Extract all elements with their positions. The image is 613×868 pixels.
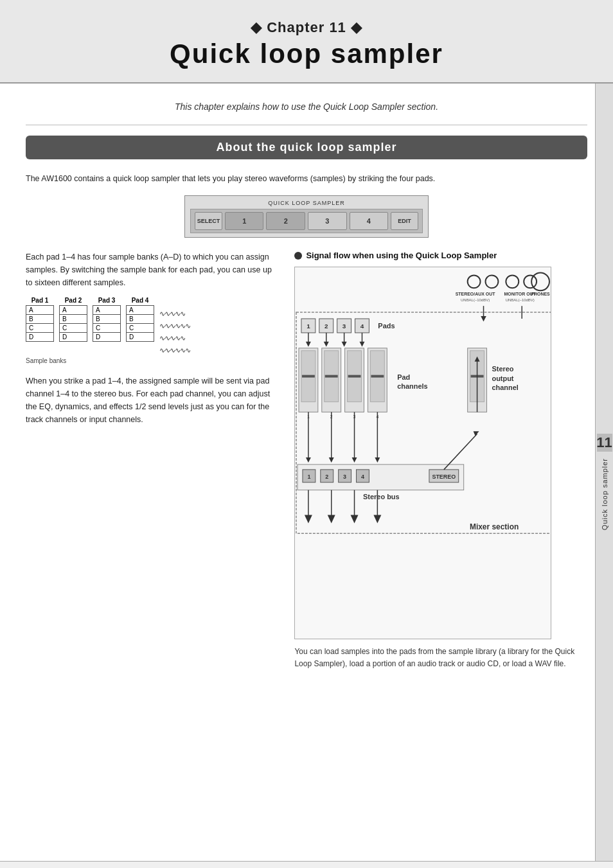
svg-text:3: 3 [342,323,346,330]
pad-banks-row: Pad 1 A B C D Pad 2 A [26,297,275,355]
pad-1-label: Pad 1 [26,297,54,304]
svg-text:STEREO/AUX OUT: STEREO/AUX OUT [456,292,496,296]
signal-flow-svg: STEREO/AUX OUT UNBAL(–10dBV) MONITOR OUT… [294,267,551,639]
pad-4-row-a: A [127,306,154,315]
left-column: Each pad 1–4 has four sample banks (A–D)… [0,251,288,670]
svg-point-1 [486,275,499,288]
pad-edit-btn: EDIT [391,212,418,230]
squiggle-2: ∿∿∿∿∿∿ [159,322,190,330]
svg-text:4: 4 [360,323,364,330]
pad-4-label: Pad 4 [126,297,154,304]
svg-rect-43 [371,375,384,378]
signal-flow-title: Signal flow when using the Quick Loop Sa… [294,251,600,260]
pad-2-label: Pad 2 [59,297,87,304]
svg-text:channels: channels [398,383,428,391]
svg-marker-58 [352,457,357,463]
pad-4-box: A B C D [126,305,154,342]
svg-text:UNBAL(–10dBV): UNBAL(–10dBV) [461,298,490,302]
two-col-layout: Each pad 1–4 has four sample banks (A–D)… [0,251,613,670]
svg-text:4: 4 [361,474,364,480]
svg-text:Stereo: Stereo [492,365,514,373]
svg-rect-35 [325,375,338,378]
squiggle-3: ∿∿∿∿∿ [159,334,190,342]
svg-marker-80 [351,515,359,524]
sidebar-chapter-number: 11 [597,434,612,452]
bullet-icon [294,252,302,260]
pad-2-box: A B C D [59,305,87,342]
pad-3-box: A B C D [93,305,121,342]
pad-select-btn: SELECT [195,212,222,230]
svg-marker-82 [374,515,382,524]
squiggle-4: ∿∿∿∿∿∿ [159,346,190,355]
pad-bank-3: Pad 3 A B C D [93,297,121,355]
page-header: ◆ Chapter 11 ◆ Quick loop sampler [0,0,613,84]
pad-3-row-b: B [93,315,120,324]
sampler-pads-row: SELECT 1 2 3 4 EDIT [190,209,423,233]
pad-2-row-d: D [60,333,87,341]
pad-4-row-d: D [127,333,154,341]
svg-text:1: 1 [307,323,311,330]
pad-3-btn: 3 [308,212,347,230]
svg-point-0 [468,275,481,288]
pad-3-row-d: D [93,333,120,341]
body-text-3: When you strike a pad 1–4, the assigned … [26,375,275,426]
body-text-1: The AW1600 contains a quick loop sampler… [0,172,613,185]
page-title: Quick loop sampler [13,39,600,69]
pad-bank-2: Pad 2 A B C D [59,297,87,355]
svg-marker-28 [360,342,365,347]
svg-point-4 [506,275,519,288]
svg-text:PHONES: PHONES [531,292,551,296]
svg-rect-31 [302,375,315,378]
sample-banks-diagram: Pad 1 A B C D Pad 2 A [26,297,275,364]
svg-text:2: 2 [326,474,329,480]
pad-2-row-c: C [60,324,87,333]
svg-marker-26 [342,342,347,347]
diamond-left: ◆ [251,19,262,35]
pad-1-row-b: B [26,315,53,324]
squiggle-1: ∿∿∿∿∿ [159,310,190,318]
pad-1-row-a: A [26,306,53,315]
waveform-squiggles: ∿∿∿∿∿ ∿∿∿∿∿∿ ∿∿∿∿∿ ∿∿∿∿∿∿ [159,297,190,355]
svg-text:channel: channel [492,384,519,391]
sampler-diagram: QUICK LOOP SAMPLER SELECT 1 2 3 4 EDIT [184,195,429,238]
sampler-diagram-label: QUICK LOOP SAMPLER [190,200,423,206]
pad-bank-4: Pad 4 A B C D [126,297,154,342]
svg-marker-24 [324,342,329,347]
svg-text:Stereo bus: Stereo bus [363,493,400,500]
svg-point-8 [532,272,550,290]
body-text-2: Each pad 1–4 has four sample banks (A–D)… [26,251,275,289]
svg-marker-78 [328,515,335,524]
pad-1-row-c: C [26,324,53,333]
pad-2-row-b: B [60,315,87,324]
pad-1-box: A B C D [26,305,54,342]
section-header: About the quick loop sampler [26,136,587,159]
pad-1-row-d: D [26,333,53,341]
svg-point-5 [524,275,537,288]
svg-marker-76 [305,515,312,524]
pad-4-row-c: C [127,324,154,333]
pad-2-row-a: A [60,306,87,315]
svg-rect-86 [296,312,551,533]
svg-text:STEREO: STEREO [432,474,456,480]
svg-marker-22 [306,342,311,347]
page-footer: AW1600 Owner's Manual 111 [0,861,613,868]
svg-text:Mixer section: Mixer section [470,522,519,531]
sidebar-chapter-text: Quick loop sampler [601,458,609,530]
intro-text: This chapter explains how to use the Qui… [0,84,613,125]
svg-text:Pad: Pad [398,373,411,381]
svg-marker-54 [306,457,311,463]
svg-text:2: 2 [324,323,328,330]
chapter-label: ◆ Chapter 11 ◆ [13,19,600,36]
chapter-title-text: Chapter 11 [267,19,346,35]
svg-text:UNBAL(–10dBV): UNBAL(–10dBV) [506,298,535,302]
sample-banks-caption: Sample banks [26,357,275,364]
diamond-right: ◆ [351,19,362,35]
svg-text:1: 1 [308,474,311,480]
svg-text:Pads: Pads [378,322,395,330]
pad-bank-4-with-waveforms: Pad 4 A B C D ∿∿∿∿∿ [126,297,190,355]
pad-3-row-a: A [93,306,120,315]
svg-rect-39 [348,375,361,378]
pad-4-row-b: B [127,315,154,324]
pad-1-btn: 1 [225,212,264,230]
pad-bank-1: Pad 1 A B C D [26,297,54,355]
